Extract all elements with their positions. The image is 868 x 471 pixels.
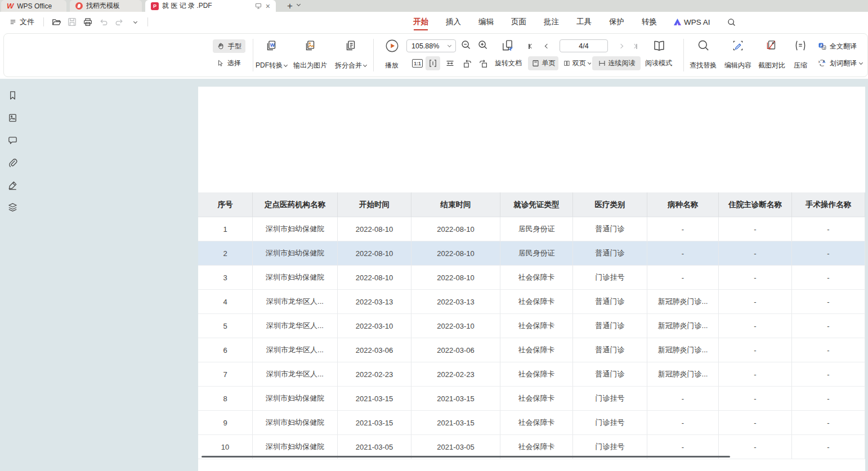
screenshot-compare-button[interactable]: 截图对比 — [754, 38, 789, 73]
table-cell: 5 — [198, 314, 253, 338]
file-menu-button[interactable]: 文件 — [6, 15, 38, 29]
table-cell: - — [719, 290, 792, 314]
table-cell: 普通门诊 — [573, 217, 647, 241]
table-cell: 新冠肺炎门诊... — [647, 314, 719, 338]
table-cell: 2 — [198, 241, 253, 266]
layers-panel-button[interactable] — [7, 201, 18, 213]
tab-wps-office[interactable]: W WPS Office — [1, 0, 66, 12]
table-cell: 2022-03-06 — [411, 338, 500, 362]
full-translate-button[interactable]: A文 全文翻译 — [813, 39, 861, 53]
rotate-left-button[interactable] — [459, 56, 475, 70]
page-number-input[interactable]: 4/4 — [560, 39, 608, 52]
search-icon[interactable] — [727, 17, 736, 27]
split-merge-button[interactable]: 拆分合并 — [332, 38, 369, 73]
tab-home[interactable]: 开始 — [413, 12, 429, 32]
signature-panel-button[interactable] — [7, 180, 18, 191]
pdf-convert-button[interactable]: W PDF转换 — [253, 38, 289, 73]
rotate-right-button[interactable] — [476, 56, 491, 70]
zoom-in-button[interactable] — [477, 40, 489, 50]
tab-list-chevron-icon[interactable] — [297, 2, 301, 6]
fit-width-icon — [445, 59, 455, 68]
pdf-to-word-icon: W — [264, 39, 279, 53]
layers-icon — [7, 202, 18, 213]
quick-access-more-button[interactable] — [128, 15, 142, 29]
table-cell: - — [792, 435, 865, 459]
tab-comment[interactable]: 批注 — [543, 12, 560, 32]
edit-content-button[interactable]: 编辑内容 — [721, 38, 755, 73]
zoom-level-value: 105.88% — [411, 42, 439, 50]
thumbnail-panel-button[interactable] — [7, 112, 18, 123]
table-header-cell: 就诊凭证类型 — [500, 192, 573, 217]
last-page-button[interactable] — [629, 41, 641, 51]
tab-convert[interactable]: 转换 — [641, 12, 657, 32]
table-cell: - — [792, 387, 865, 411]
table-cell: 社会保障卡 — [500, 387, 573, 411]
double-page-button[interactable]: 双页 — [561, 56, 593, 70]
tab-tools[interactable]: 工具 — [576, 12, 592, 32]
table-cell: 社会保障卡 — [500, 338, 573, 362]
fit-width-button[interactable] — [442, 56, 458, 70]
next-page-button[interactable] — [615, 41, 627, 51]
fit-height-button[interactable] — [426, 56, 440, 70]
comment-panel-button[interactable] — [7, 134, 18, 146]
word-translate-button[interactable]: xA 划词翻译 — [813, 56, 866, 70]
first-page-button[interactable] — [525, 41, 537, 51]
table-cell: 2022-08-10 — [411, 241, 500, 266]
tab-protect[interactable]: 保护 — [609, 12, 625, 32]
close-icon[interactable]: × — [266, 2, 270, 11]
table-cell: 2022-08-10 — [411, 217, 500, 241]
table-cell: 2022-08-10 — [338, 217, 411, 241]
svg-text:W: W — [270, 42, 275, 48]
table-cell: - — [719, 338, 792, 362]
actual-size-button[interactable]: 1:1 — [409, 56, 426, 70]
find-replace-button[interactable]: 查找替换 — [686, 38, 721, 73]
tab-page[interactable]: 页面 — [511, 12, 527, 32]
rotate-doc-label-button[interactable]: 旋转文档 — [492, 56, 525, 70]
tab-label: 找稻壳模板 — [86, 1, 136, 11]
wps-pdf-window: W WPS Office 找稻壳模板 P 就 医 记 录 .PDF × + 文件 — [0, 0, 868, 471]
save-button[interactable] — [65, 15, 79, 29]
single-page-button[interactable]: 单页 — [528, 56, 558, 70]
zoom-level-select[interactable]: 105.88% — [406, 39, 456, 52]
continuous-read-button[interactable]: 连续阅读 — [592, 56, 641, 70]
open-file-button[interactable] — [50, 15, 63, 29]
export-image-button[interactable]: 输出为图片 — [292, 38, 329, 73]
table-header-row: 序号定点医药机构名称开始时间结束时间就诊凭证类型医疗类别病种名称住院主诊断名称手… — [198, 192, 865, 217]
attachment-panel-button[interactable] — [7, 157, 18, 168]
hand-tool-button[interactable]: 手型 — [213, 39, 245, 53]
new-tab-button[interactable]: + — [284, 0, 296, 12]
redo-icon — [114, 17, 124, 27]
bookmark-panel-button[interactable] — [7, 89, 18, 101]
folder-open-icon — [51, 17, 62, 27]
play-button[interactable]: 播放 — [379, 38, 404, 73]
pdf-convert-label: PDF转换 — [256, 61, 283, 70]
zoom-out-button[interactable] — [460, 40, 472, 50]
table-cell: - — [792, 314, 865, 338]
horizontal-scrollbar[interactable] — [202, 456, 730, 457]
table-cell: 2022-03-10 — [411, 314, 500, 338]
table-cell: 3 — [198, 266, 253, 290]
read-mode-button[interactable] — [651, 38, 668, 53]
monitor-icon[interactable] — [254, 2, 262, 10]
table-cell: 深圳市妇幼保健院 — [253, 411, 338, 435]
continuous-read-icon — [598, 59, 606, 68]
table-header-cell: 医疗类别 — [573, 192, 647, 217]
table-cell: 深圳市妇幼保健院 — [253, 266, 338, 290]
compress-button[interactable]: 压缩 — [788, 38, 813, 73]
tab-wps-ai[interactable]: WPS AI — [674, 18, 710, 26]
table-cell: - — [719, 266, 792, 290]
rotate-pages-button[interactable] — [499, 38, 516, 53]
prev-page-button[interactable] — [541, 41, 553, 51]
tab-insert[interactable]: 插入 — [445, 12, 462, 32]
find-replace-label: 查找替换 — [690, 61, 717, 70]
tab-edit[interactable]: 编辑 — [478, 12, 494, 32]
select-tool-button[interactable]: 选择 — [213, 56, 245, 70]
print-button[interactable] — [81, 15, 95, 29]
tab-docer-templates[interactable]: 找稻壳模板 — [70, 0, 142, 12]
undo-button[interactable] — [97, 15, 110, 29]
read-mode-label-area[interactable]: 阅读模式 — [642, 56, 675, 70]
tab-document-pdf[interactable]: P 就 医 记 录 .PDF × — [145, 0, 276, 12]
table-cell: 普通门诊 — [573, 314, 647, 338]
table-cell: 深圳市龙华区人... — [253, 290, 338, 314]
redo-button[interactable] — [113, 15, 126, 29]
